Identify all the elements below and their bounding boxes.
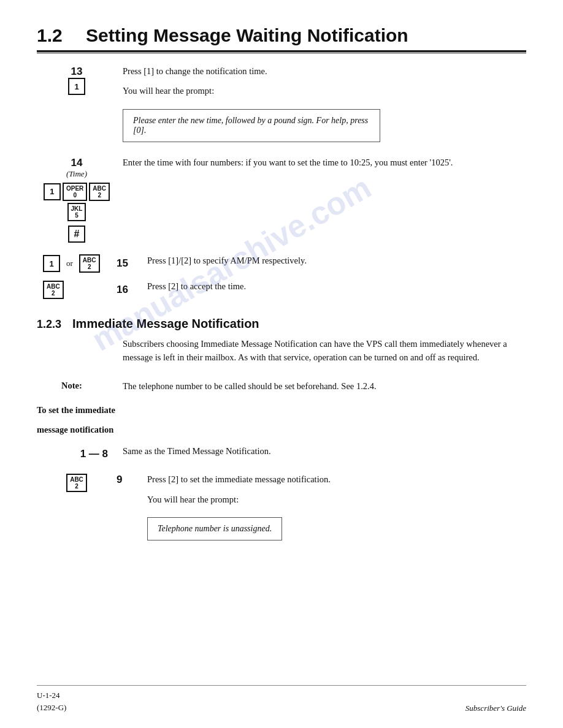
key-abc-2-step16: ABC2 <box>43 281 64 299</box>
step-14-text: Enter the time with four numbers: if you… <box>123 156 526 169</box>
section-number: 1.2 <box>37 25 63 47</box>
step-14-row: 14 (Time) 1 OPER0 ABC2 JKL5 # Enter the … <box>37 156 526 245</box>
step-9-content: Press [2] to set the immediate message n… <box>147 472 526 545</box>
step-9-prompt-box: Telephone number is unassigned. <box>147 517 282 540</box>
step-14-num-col: 14 (Time) 1 OPER0 ABC2 JKL5 # <box>37 156 117 245</box>
subsection-body-content: Subscribers choosing Immediate Message N… <box>117 337 526 371</box>
key-1-box: 1 <box>68 78 85 95</box>
step-14-keys-row: 1 OPER0 ABC2 JKL5 <box>37 183 117 221</box>
key-abc-2-step15: ABC2 <box>79 254 100 273</box>
key-abc-2: ABC2 <box>89 183 110 201</box>
footer-left: U-1-24 (1292-G) <box>37 689 66 713</box>
bold-label-block: To set the immediate message notificatio… <box>37 404 526 437</box>
step-9-keys-col: ABC2 <box>37 472 117 492</box>
step-15-keys-col: 1 or ABC2 <box>37 254 117 273</box>
step-9-row: ABC2 9 Press [2] to set the immediate me… <box>37 472 526 545</box>
step-16-row: ABC2 16 Press [2] to accept the time. <box>37 279 526 299</box>
footer: U-1-24 (1292-G) Subscriber's Guide <box>37 685 526 713</box>
subsection-body-row: Subscribers choosing Immediate Message N… <box>37 337 526 371</box>
key-hash: # <box>68 226 85 243</box>
step-16-keys-col: ABC2 <box>37 281 117 299</box>
key-1-step15: 1 <box>43 255 60 272</box>
footer-right: Subscriber's Guide <box>465 703 526 713</box>
step-9-prompt-intro: You will hear the prompt: <box>147 493 526 506</box>
subsection-header: 1.2.3Immediate Message Notification <box>37 317 526 331</box>
section-divider <box>37 50 526 53</box>
step-range-text: Same as the Timed Message Notification. <box>123 444 526 458</box>
step-13-prompt-intro: You will hear the prompt: <box>123 84 526 97</box>
step-range-num-col: 1 — 8 <box>37 448 117 460</box>
step-9-text: Press [2] to set the immediate message n… <box>147 472 526 486</box>
note-label: Note: <box>61 381 110 393</box>
step-15-row: 1 or ABC2 15 Press [1]/[2] to specify AM… <box>37 254 526 273</box>
step-14-hash-row: # <box>68 226 85 243</box>
step-15-content: Press [1]/[2] to specify AM/PM respectiv… <box>147 254 526 273</box>
note-content: The telephone number to be called should… <box>117 379 526 393</box>
key-oper-0: OPER0 <box>63 183 87 201</box>
step-9-number: 9 <box>117 474 122 486</box>
footer-page-code: U-1-24 <box>37 689 66 702</box>
note-label-col: Note: <box>37 379 117 393</box>
subsection-body-text: Subscribers choosing Immediate Message N… <box>123 337 526 365</box>
section-title-text: Setting Message Waiting Notification <box>86 25 408 45</box>
page: manualsarchive.com 1.2 Setting Message W… <box>0 0 563 728</box>
step-13-row: 13 1 Press [1] to change the notificatio… <box>37 64 526 147</box>
step-16-text: Press [2] to accept the time. <box>147 279 526 293</box>
step-14-label: (Time) <box>66 169 87 179</box>
step-range-row: 1 — 8 Same as the Timed Message Notifica… <box>37 444 526 464</box>
section-title: 1.2 Setting Message Waiting Notification <box>37 25 526 47</box>
footer-edition: (1292-G) <box>37 702 66 714</box>
key-abc-2-step9: ABC2 <box>66 474 87 492</box>
step-13-text: Press [1] to change the notification tim… <box>123 64 526 78</box>
or-label: or <box>66 259 73 268</box>
step-13-number: 13 <box>71 66 83 78</box>
bold-label-line1: To set the immediate <box>37 404 526 417</box>
step-15-text: Press [1]/[2] to specify AM/PM respectiv… <box>147 254 526 267</box>
section-header: 1.2 Setting Message Waiting Notification <box>37 25 526 47</box>
step-16-number: 16 <box>117 284 128 296</box>
note-row: Note: The telephone number to be called … <box>37 379 526 393</box>
subsection-title: Immediate Message Notification <box>72 317 259 330</box>
note-text: The telephone number to be called should… <box>123 379 526 393</box>
step-16-content: Press [2] to accept the time. <box>147 279 526 299</box>
key-1: 1 <box>44 183 61 200</box>
step-14-number: 14 <box>71 157 83 169</box>
step-14-content: Enter the time with four numbers: if you… <box>117 156 526 175</box>
step-range-content: Same as the Timed Message Notification. <box>117 444 526 464</box>
bold-label-line2: message notification <box>37 423 526 437</box>
step-15-number: 15 <box>117 257 128 270</box>
step-range-num: 1 — 8 <box>80 448 108 460</box>
subsection-num: 1.2.3 <box>37 318 61 330</box>
key-jkl-5: JKL5 <box>67 203 86 221</box>
step-13-content: Press [1] to change the notification tim… <box>117 64 526 147</box>
step-13-num-col: 13 1 <box>37 64 117 95</box>
step-13-prompt-box: Please enter the new time, followed by a… <box>123 109 380 142</box>
